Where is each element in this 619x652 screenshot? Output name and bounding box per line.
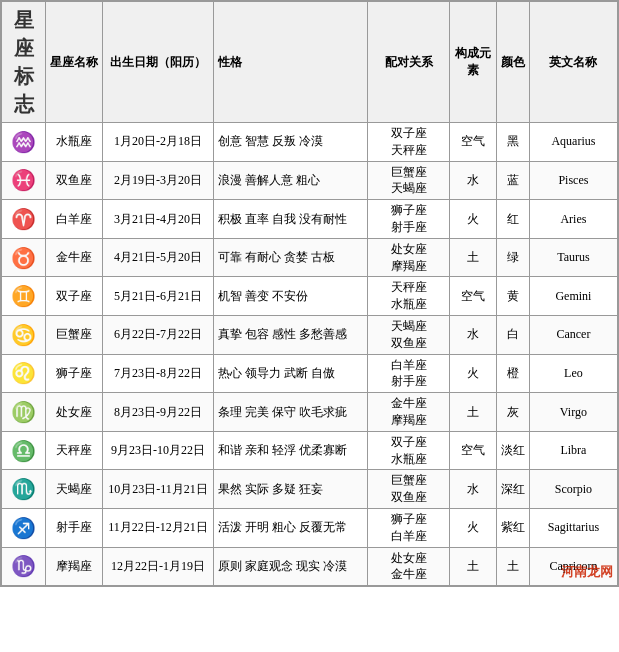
color-cell: 黄 [496,277,529,316]
color-cell: 红 [496,200,529,239]
english-cell: Virgo [529,393,617,432]
table-row: ♓ 双鱼座 2月19日-3月20日 浪漫 善解人意 粗心 巨蟹座天蝎座 水 蓝 … [2,161,618,200]
symbol-cell: ♌ [2,354,46,393]
date-cell: 1月20日-2月18日 [103,123,213,162]
trait-cell: 机智 善变 不安份 [213,277,367,316]
table-row: ♍ 处女座 8月23日-9月22日 条理 完美 保守 吹毛求疵 金牛座摩羯座 土… [2,393,618,432]
zodiac-table-container: 星座标志 星座名称 出生日期（阳历） 性格 配对关系 构成元素 颜色 英文名称 … [0,0,619,587]
header-name: 星座名称 [46,2,103,123]
trait-cell: 可靠 有耐心 贪婪 古板 [213,238,367,277]
date-cell: 12月22日-1月19日 [103,547,213,586]
element-cell: 水 [450,315,496,354]
date-cell: 5月21日-6月21日 [103,277,213,316]
match-cell: 处女座金牛座 [367,547,450,586]
element-cell: 空气 [450,431,496,470]
name-cell: 天秤座 [46,431,103,470]
header-date: 出生日期（阳历） [103,2,213,123]
english-cell: Scorpio [529,470,617,509]
color-cell: 蓝 [496,161,529,200]
english-cell: Pisces [529,161,617,200]
table-row: ♏ 天蝎座 10月23日-11月21日 果然 实际 多疑 狂妄 巨蟹座双鱼座 水… [2,470,618,509]
english-cell: Libra [529,431,617,470]
table-row: ♎ 天秤座 9月23日-10月22日 和谐 亲和 轻浮 优柔寡断 双子座水瓶座 … [2,431,618,470]
date-cell: 3月21日-4月20日 [103,200,213,239]
header-row: 星座标志 星座名称 出生日期（阳历） 性格 配对关系 构成元素 颜色 英文名称 [2,2,618,123]
name-cell: 射手座 [46,508,103,547]
name-cell: 双子座 [46,277,103,316]
symbol-cell: ♐ [2,508,46,547]
element-cell: 火 [450,508,496,547]
symbol-cell: ♏ [2,470,46,509]
trait-cell: 创意 智慧 反叛 冷漠 [213,123,367,162]
header-element: 构成元素 [450,2,496,123]
table-row: ♋ 巨蟹座 6月22日-7月22日 真挚 包容 感性 多愁善感 天蝎座双鱼座 水… [2,315,618,354]
header-symbol: 星座标志 [2,2,46,123]
table-row: ♒ 水瓶座 1月20日-2月18日 创意 智慧 反叛 冷漠 双子座天秤座 空气 … [2,123,618,162]
zodiac-table: 星座标志 星座名称 出生日期（阳历） 性格 配对关系 构成元素 颜色 英文名称 … [1,1,618,586]
color-cell: 绿 [496,238,529,277]
match-cell: 天秤座水瓶座 [367,277,450,316]
symbol-cell: ♊ [2,277,46,316]
table-row: ♐ 射手座 11月22日-12月21日 活泼 开明 粗心 反覆无常 狮子座白羊座… [2,508,618,547]
date-cell: 7月23日-8月22日 [103,354,213,393]
element-cell: 火 [450,354,496,393]
match-cell: 金牛座摩羯座 [367,393,450,432]
match-cell: 双子座水瓶座 [367,431,450,470]
english-cell: Gemini [529,277,617,316]
date-cell: 6月22日-7月22日 [103,315,213,354]
table-row: ♑ 摩羯座 12月22日-1月19日 原则 家庭观念 现实 冷漠 处女座金牛座 … [2,547,618,586]
trait-cell: 热心 领导力 武断 自傲 [213,354,367,393]
name-cell: 狮子座 [46,354,103,393]
english-cell: Cancer [529,315,617,354]
table-row: ♌ 狮子座 7月23日-8月22日 热心 领导力 武断 自傲 白羊座射手座 火 … [2,354,618,393]
element-cell: 水 [450,161,496,200]
color-cell: 深红 [496,470,529,509]
table-row: ♈ 白羊座 3月21日-4月20日 积极 直率 自我 没有耐性 狮子座射手座 火… [2,200,618,239]
trait-cell: 真挚 包容 感性 多愁善感 [213,315,367,354]
trait-cell: 积极 直率 自我 没有耐性 [213,200,367,239]
match-cell: 天蝎座双鱼座 [367,315,450,354]
element-cell: 土 [450,547,496,586]
header-english: 英文名称 [529,2,617,123]
date-cell: 9月23日-10月22日 [103,431,213,470]
name-cell: 处女座 [46,393,103,432]
symbol-cell: ♋ [2,315,46,354]
trait-cell: 浪漫 善解人意 粗心 [213,161,367,200]
element-cell: 空气 [450,277,496,316]
match-cell: 双子座天秤座 [367,123,450,162]
trait-cell: 条理 完美 保守 吹毛求疵 [213,393,367,432]
date-cell: 11月22日-12月21日 [103,508,213,547]
date-cell: 4月21日-5月20日 [103,238,213,277]
name-cell: 天蝎座 [46,470,103,509]
table-row: ♉ 金牛座 4月21日-5月20日 可靠 有耐心 贪婪 古板 处女座摩羯座 土 … [2,238,618,277]
color-cell: 黑 [496,123,529,162]
name-cell: 双鱼座 [46,161,103,200]
symbol-cell: ♑ [2,547,46,586]
match-cell: 狮子座射手座 [367,200,450,239]
name-cell: 巨蟹座 [46,315,103,354]
match-cell: 巨蟹座双鱼座 [367,470,450,509]
english-cell: Taurus [529,238,617,277]
element-cell: 土 [450,393,496,432]
trait-cell: 果然 实际 多疑 狂妄 [213,470,367,509]
english-cell: Leo [529,354,617,393]
element-cell: 火 [450,200,496,239]
symbol-cell: ♍ [2,393,46,432]
name-cell: 白羊座 [46,200,103,239]
trait-cell: 和谐 亲和 轻浮 优柔寡断 [213,431,367,470]
color-cell: 土 [496,547,529,586]
name-cell: 水瓶座 [46,123,103,162]
header-color: 颜色 [496,2,529,123]
trait-cell: 原则 家庭观念 现实 冷漠 [213,547,367,586]
element-cell: 水 [450,470,496,509]
trait-cell: 活泼 开明 粗心 反覆无常 [213,508,367,547]
match-cell: 巨蟹座天蝎座 [367,161,450,200]
symbol-cell: ♎ [2,431,46,470]
english-cell: Aries [529,200,617,239]
match-cell: 处女座摩羯座 [367,238,450,277]
english-cell: Sagittarius [529,508,617,547]
header-match: 配对关系 [367,2,450,123]
match-cell: 白羊座射手座 [367,354,450,393]
header-trait: 性格 [213,2,367,123]
watermark: 河南龙网 [561,563,613,581]
